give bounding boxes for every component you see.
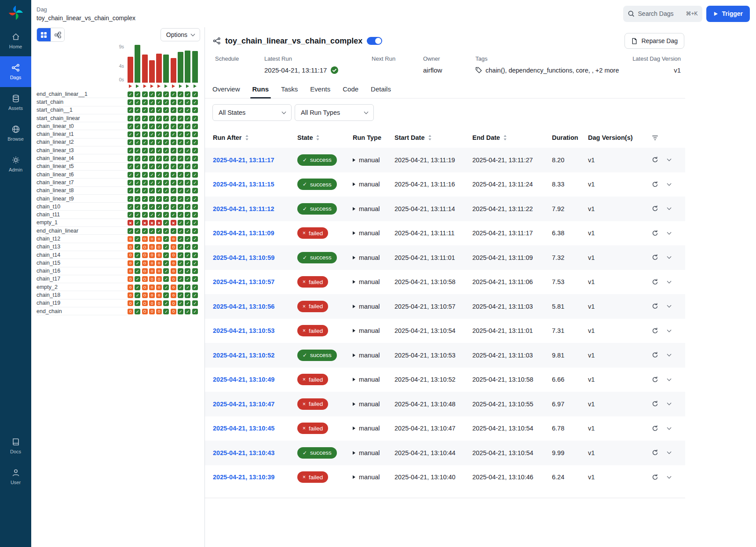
task-instance-square-upstream[interactable] — [156, 300, 162, 306]
row-menu-caret[interactable] — [667, 157, 672, 161]
task-instance-square-success[interactable]: ✓ — [128, 212, 133, 218]
task-name[interactable]: chain_t19 — [37, 299, 128, 307]
task-instance-square-success[interactable]: ✓ — [135, 252, 140, 258]
task-instance-square-success[interactable]: ✓ — [192, 276, 198, 282]
run-after-link[interactable]: 2025-04-21, 13:11:09 — [213, 230, 274, 237]
task-name[interactable]: chain_t16 — [37, 267, 128, 275]
task-instance-square-upstream[interactable] — [171, 268, 176, 274]
task-instance-square-upstream[interactable] — [142, 276, 148, 282]
row-menu-caret[interactable] — [667, 303, 672, 308]
task-instance-square-success[interactable]: ✓ — [192, 228, 198, 234]
task-instance-square-success[interactable]: ✓ — [135, 188, 140, 193]
task-instance-square-success[interactable]: ✓ — [192, 99, 198, 105]
task-instance-square-failed[interactable]: × — [149, 220, 155, 226]
breadcrumb-dag-section[interactable]: Dag — [37, 6, 135, 13]
task-name[interactable]: end_chain — [37, 307, 128, 315]
row-menu-caret[interactable] — [667, 206, 672, 210]
task-instance-square-success[interactable]: ✓ — [178, 131, 183, 137]
task-instance-square-success[interactable]: ✓ — [135, 309, 140, 314]
task-instance-square-success[interactable]: ✓ — [142, 164, 148, 169]
state-filter-select[interactable]: All States — [212, 104, 292, 121]
task-instance-square-success[interactable]: ✓ — [142, 124, 148, 129]
task-instance-square-success[interactable]: ✓ — [156, 164, 162, 169]
task-instance-square-success[interactable]: ✓ — [149, 124, 155, 129]
refresh-run-button[interactable] — [652, 279, 658, 285]
task-instance-square-success[interactable]: ✓ — [156, 131, 162, 137]
tab-details[interactable]: Details — [365, 81, 397, 98]
task-instance-square-success[interactable]: ✓ — [192, 124, 198, 129]
task-instance-square-success[interactable]: ✓ — [163, 244, 169, 250]
task-instance-square-success[interactable]: ✓ — [156, 91, 162, 97]
task-instance-square-success[interactable]: ✓ — [178, 139, 183, 145]
row-menu-caret[interactable] — [667, 352, 672, 357]
task-instance-square-success[interactable]: ✓ — [163, 156, 169, 161]
run-after-link[interactable]: 2025-04-21, 13:11:12 — [213, 205, 274, 212]
row-menu-caret[interactable] — [667, 230, 672, 234]
task-instance-square-success[interactable]: ✓ — [185, 124, 190, 129]
task-instance-square-success[interactable]: ✓ — [156, 172, 162, 178]
task-instance-square-success[interactable]: ✓ — [185, 276, 190, 282]
task-instance-square-upstream[interactable] — [149, 284, 155, 290]
task-instance-square-success[interactable]: ✓ — [185, 116, 190, 121]
task-instance-square-success[interactable]: ✓ — [149, 188, 155, 193]
task-instance-square-success[interactable]: ✓ — [185, 180, 190, 186]
sidebar-item-user[interactable]: User — [0, 461, 31, 492]
task-name[interactable]: chain_linear_t0 — [37, 122, 128, 130]
task-instance-square-success[interactable]: ✓ — [163, 300, 169, 306]
task-name[interactable]: start_chain_linear — [37, 114, 128, 122]
task-instance-square-success[interactable]: ✓ — [178, 252, 183, 258]
task-instance-square-success[interactable]: ✓ — [171, 228, 176, 234]
task-instance-square-success[interactable]: ✓ — [135, 99, 140, 105]
task-name[interactable]: chain_t15 — [37, 259, 128, 267]
task-instance-square-success[interactable]: ✓ — [171, 124, 176, 129]
task-instance-square-success[interactable]: ✓ — [142, 204, 148, 210]
task-instance-square-success[interactable]: ✓ — [135, 204, 140, 210]
task-instance-square-success[interactable]: ✓ — [149, 204, 155, 210]
task-instance-square-success[interactable]: ✓ — [156, 148, 162, 153]
task-instance-square-upstream[interactable] — [156, 252, 162, 258]
task-instance-square-upstream[interactable] — [142, 260, 148, 266]
task-instance-square-success[interactable]: ✓ — [185, 156, 190, 161]
task-instance-square-failed[interactable]: × — [171, 220, 176, 226]
row-menu-caret[interactable] — [667, 401, 672, 405]
task-instance-square-upstream[interactable] — [171, 284, 176, 290]
task-instance-square-success[interactable]: ✓ — [156, 99, 162, 105]
run-after-link[interactable]: 2025-04-21, 13:10:56 — [213, 303, 274, 310]
task-instance-square-upstream[interactable] — [149, 292, 155, 298]
task-name[interactable]: chain_t14 — [37, 251, 128, 259]
task-instance-square-upstream[interactable] — [149, 276, 155, 282]
task-instance-square-success[interactable]: ✓ — [163, 252, 169, 258]
grid-view-button[interactable] — [37, 28, 51, 41]
task-instance-square-success[interactable]: ✓ — [192, 164, 198, 169]
task-instance-square-success[interactable]: ✓ — [135, 148, 140, 153]
task-instance-square-success[interactable]: ✓ — [192, 292, 198, 298]
task-instance-square-success[interactable]: ✓ — [156, 107, 162, 113]
task-instance-square-success[interactable]: ✓ — [163, 228, 169, 234]
task-instance-square-success[interactable]: ✓ — [192, 148, 198, 153]
task-instance-square-upstream[interactable] — [149, 244, 155, 250]
task-instance-square-success[interactable]: ✓ — [142, 116, 148, 121]
task-instance-square-upstream[interactable] — [142, 309, 148, 314]
task-instance-square-success[interactable]: ✓ — [163, 139, 169, 145]
sidebar-item-dags[interactable]: Dags — [0, 56, 31, 87]
task-instance-square-success[interactable]: ✓ — [185, 188, 190, 193]
task-instance-square-success[interactable]: ✓ — [178, 284, 183, 290]
task-instance-square-success[interactable]: ✓ — [149, 131, 155, 137]
task-instance-square-success[interactable]: ✓ — [135, 139, 140, 145]
task-instance-square-upstream[interactable] — [128, 284, 133, 290]
task-instance-square-success[interactable]: ✓ — [171, 180, 176, 186]
task-instance-square-success[interactable]: ✓ — [178, 116, 183, 121]
run-state-play[interactable] — [149, 84, 155, 88]
run-after-link[interactable]: 2025-04-21, 13:10:47 — [213, 401, 274, 408]
task-instance-square-success[interactable]: ✓ — [142, 212, 148, 218]
task-instance-square-success[interactable]: ✓ — [185, 228, 190, 234]
task-instance-square-success[interactable]: ✓ — [185, 172, 190, 178]
task-instance-square-success[interactable]: ✓ — [185, 196, 190, 202]
task-instance-square-failed[interactable]: × — [128, 220, 133, 226]
task-instance-square-upstream[interactable] — [171, 260, 176, 266]
task-instance-square-success[interactable]: ✓ — [135, 107, 140, 113]
task-instance-square-success[interactable]: ✓ — [128, 148, 133, 153]
task-name[interactable]: chain_linear_t6 — [37, 171, 128, 179]
task-instance-square-upstream[interactable] — [142, 236, 148, 242]
task-instance-square-success[interactable]: ✓ — [163, 268, 169, 274]
